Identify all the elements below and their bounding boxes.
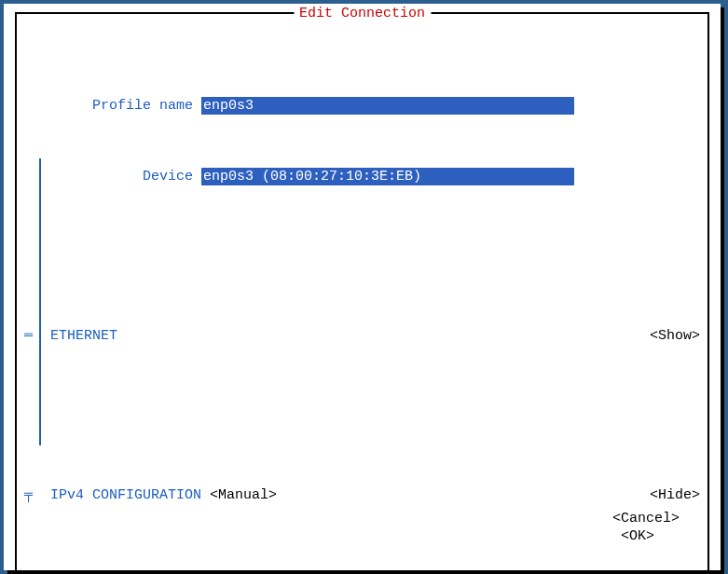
window-title: Edit Connection xyxy=(294,5,431,22)
ethernet-expand-icon[interactable]: ═ xyxy=(24,327,50,345)
ipv4-mode-select[interactable]: <Manual> xyxy=(201,486,277,504)
dialog-buttons: <Cancel> <OK> xyxy=(562,492,680,563)
ethernet-show-button[interactable]: <Show> xyxy=(650,327,700,345)
profile-name-input[interactable]: enp0s3 xyxy=(201,97,574,115)
edit-connection-window: Edit Connection Profile name enp0s3 Devi… xyxy=(4,4,721,570)
ipv4-expand-icon[interactable]: ╤ xyxy=(24,486,50,504)
cancel-button[interactable]: <Cancel> xyxy=(612,511,680,526)
device-input[interactable]: enp0s3 (08:00:27:10:3E:EB) xyxy=(201,168,574,185)
ok-button[interactable]: <OK> xyxy=(612,528,654,544)
profile-name-label: Profile name xyxy=(24,97,201,115)
ipv4-section-label: IPv4 CONFIGURATION xyxy=(50,486,201,504)
ipv4-tree-line xyxy=(39,158,41,445)
device-label: Device xyxy=(24,168,201,185)
ethernet-section-label: ETHERNET xyxy=(50,327,117,345)
content-area: Profile name enp0s3 Device enp0s3 (08:00… xyxy=(24,26,700,567)
